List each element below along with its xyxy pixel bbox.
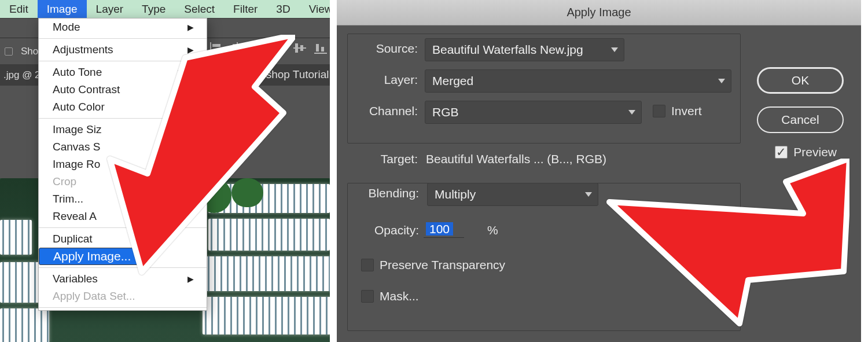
- blending-label: Blending:: [356, 186, 419, 200]
- check-icon: ✓: [775, 146, 788, 159]
- checkbox-show[interactable]: [5, 47, 13, 56]
- menu-mode[interactable]: Mode▶: [39, 19, 207, 36]
- channel-value: RGB: [432, 105, 459, 119]
- source-label: Source:: [360, 42, 418, 56]
- opacity-input[interactable]: 100: [424, 221, 464, 238]
- align-bottom-icon[interactable]: [312, 40, 329, 56]
- mask-checkbox[interactable]: Mask...: [361, 289, 419, 303]
- red-arrow-annotation: [87, 35, 295, 278]
- menu-layer[interactable]: Layer: [87, 0, 133, 18]
- menu-select[interactable]: Select: [175, 0, 224, 18]
- layer-label: Layer:: [372, 73, 418, 87]
- target-value: Beautiful Waterfalls ... (B..., RGB): [426, 152, 606, 166]
- mac-menubar: Edit Image Layer Type Select Filter 3D V…: [0, 0, 330, 18]
- menu-image[interactable]: Image: [38, 0, 87, 18]
- opacity-value: 100: [426, 222, 453, 236]
- dialog-body: Source: Beautiful Waterfalls New.jpg Lay…: [337, 25, 861, 342]
- preserve-label: Preserve Transparency: [380, 258, 505, 272]
- blending-value: Multiply: [435, 187, 476, 201]
- chevron-down-icon: [611, 47, 618, 52]
- menu-3d[interactable]: 3D: [267, 0, 299, 18]
- blending-select[interactable]: Multiply: [427, 183, 598, 206]
- preview-checkbox[interactable]: ✓Preview: [775, 145, 837, 159]
- source-value: Beautiful Waterfalls New.jpg: [432, 43, 583, 57]
- dialog-title: Apply Image: [567, 6, 631, 19]
- chevron-down-icon: [628, 110, 635, 115]
- cancel-button[interactable]: Cancel: [757, 106, 844, 133]
- apply-image-dialog: Apply Image Source: Beautiful Waterfalls…: [337, 0, 861, 342]
- percent-label: %: [487, 223, 498, 237]
- submenu-arrow-icon: ▶: [187, 23, 194, 32]
- target-label: Target:: [370, 152, 418, 166]
- menu-view[interactable]: View: [300, 0, 337, 18]
- preserve-transparency-checkbox[interactable]: Preserve Transparency: [361, 258, 505, 272]
- red-arrow-annotation: [601, 159, 849, 338]
- chevron-down-icon: [585, 192, 592, 197]
- mask-label: Mask...: [380, 289, 419, 303]
- svg-rect-15: [314, 53, 327, 54]
- dialog-titlebar: Apply Image: [337, 0, 861, 25]
- invert-checkbox[interactable]: Invert: [653, 104, 702, 118]
- options-show-label: Sho: [21, 46, 38, 57]
- channel-label: Channel:: [359, 104, 418, 118]
- svg-rect-14: [300, 45, 303, 51]
- menu-filter[interactable]: Filter: [224, 0, 267, 18]
- menu-edit[interactable]: Edit: [0, 0, 38, 18]
- channel-select[interactable]: RGB: [425, 101, 642, 124]
- invert-label: Invert: [671, 104, 702, 118]
- svg-rect-13: [295, 43, 298, 53]
- layer-value: Merged: [432, 74, 473, 88]
- photoshop-window: Edit Image Layer Type Select Filter 3D V…: [0, 0, 337, 342]
- document-tab-label: .jpg @ 2: [3, 69, 41, 81]
- menu-apply-data-set: Apply Data Set...: [39, 288, 207, 305]
- svg-rect-17: [321, 47, 324, 52]
- menu-type[interactable]: Type: [133, 0, 175, 18]
- chevron-down-icon: [718, 79, 725, 83]
- opacity-label: Opacity:: [359, 223, 419, 237]
- ok-button[interactable]: OK: [757, 67, 844, 94]
- svg-rect-16: [316, 44, 319, 52]
- source-select[interactable]: Beautiful Waterfalls New.jpg: [425, 38, 624, 61]
- layer-select[interactable]: Merged: [425, 69, 731, 93]
- preview-label: Preview: [793, 145, 837, 159]
